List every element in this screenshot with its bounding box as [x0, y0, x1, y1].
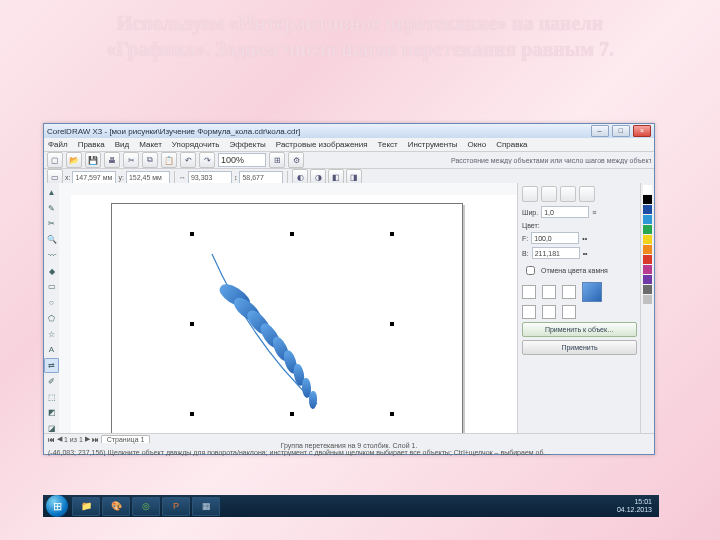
pos-x[interactable]: 147,597 мм	[72, 171, 116, 184]
palette-swatch-11[interactable]	[643, 295, 652, 304]
crop-tool[interactable]: ✂	[44, 217, 59, 232]
ellipse-tool[interactable]: ○	[44, 295, 59, 310]
outline-tool[interactable]: ⬚	[44, 390, 59, 405]
palette-swatch-0[interactable]	[643, 185, 652, 194]
menu-file[interactable]: Файл	[48, 140, 68, 149]
basic-shapes-tool[interactable]: ☆	[44, 327, 59, 342]
pos-y[interactable]: 152,45 мм	[126, 171, 170, 184]
menu-tools[interactable]: Инструменты	[408, 140, 458, 149]
tray-date: 04.12.2013	[617, 506, 652, 514]
smartfill-tool[interactable]: ◆	[44, 264, 59, 279]
palette-swatch-5[interactable]	[643, 235, 652, 244]
titlebar[interactable]: CorelDRAW X3 - [мои рисунки\Изучение Фор…	[44, 124, 654, 138]
save-button[interactable]: 💾	[85, 152, 101, 168]
palette-swatch-4[interactable]	[643, 225, 652, 234]
polygon-tool[interactable]: ⬠	[44, 311, 59, 326]
palette-swatch-3[interactable]	[643, 215, 652, 224]
swatch-1[interactable]	[522, 285, 536, 299]
pick-tool[interactable]: ▲	[44, 185, 59, 200]
menu-text[interactable]: Текст	[378, 140, 398, 149]
docker-tab-3[interactable]	[560, 186, 576, 202]
docker-tab-2[interactable]	[541, 186, 557, 202]
menu-view[interactable]: Вид	[115, 140, 129, 149]
shape-tool[interactable]: ✎	[44, 201, 59, 216]
canvas[interactable]	[71, 195, 526, 436]
close-button[interactable]: ×	[633, 125, 651, 137]
page-tab[interactable]: Страница 1	[101, 435, 151, 443]
options-button[interactable]: ⚙	[288, 152, 304, 168]
task-corel[interactable]: ◎	[132, 497, 160, 516]
eyedropper-tool[interactable]: ✐	[44, 374, 59, 389]
window-buttons: – □ ×	[590, 125, 651, 137]
palette-swatch-10[interactable]	[643, 285, 652, 294]
open-button[interactable]: 📂	[66, 152, 82, 168]
page[interactable]	[111, 203, 463, 436]
task-ppt[interactable]: P	[162, 497, 190, 516]
palette-swatch-1[interactable]	[643, 195, 652, 204]
rectangle-tool[interactable]: ▭	[44, 280, 59, 295]
apply-button[interactable]: Применить	[522, 340, 637, 355]
slide-title-line1: Используем «Интерактивное перетекание» н…	[117, 12, 603, 34]
color-label: Цвет:	[522, 222, 540, 229]
task-explorer[interactable]: 📁	[72, 497, 100, 516]
size-h[interactable]: 58,677	[239, 171, 283, 184]
snap-button[interactable]: ⊞	[269, 152, 285, 168]
swatch-2[interactable]	[542, 285, 556, 299]
print-button[interactable]: 🖶	[104, 152, 120, 168]
status-group-info: Группа перетекания на 9 столбик. Слой 1.	[48, 442, 650, 449]
swatch-4[interactable]	[522, 305, 536, 319]
fill-tool[interactable]: ◩	[44, 406, 59, 421]
cancel-color-checkbox[interactable]	[526, 266, 535, 275]
b-input[interactable]: 211,181	[532, 247, 580, 259]
undo-button[interactable]: ↶	[180, 152, 196, 168]
menu-effects[interactable]: Эффекты	[229, 140, 265, 149]
text-tool[interactable]: A	[44, 343, 59, 358]
toolbox: ▲ ✎ ✂ 🔍 〰 ◆ ▭ ○ ⬠ ☆ A ⇄ ✐ ⬚ ◩ ◪	[44, 183, 60, 436]
freehand-tool[interactable]: 〰	[44, 248, 59, 263]
page-nav-next[interactable]: ▶	[85, 435, 90, 443]
palette-swatch-9[interactable]	[643, 275, 652, 284]
copy-button[interactable]: ⧉	[142, 152, 158, 168]
width-input[interactable]: 1,0	[541, 206, 589, 218]
stepper-icon[interactable]: ≡	[592, 209, 596, 216]
cut-button[interactable]: ✂	[123, 152, 139, 168]
docker-tab-4[interactable]	[579, 186, 595, 202]
paste-button[interactable]: 📋	[161, 152, 177, 168]
start-button[interactable]: ⊞	[46, 495, 68, 517]
new-button[interactable]: ▢	[47, 152, 63, 168]
task-paint[interactable]: 🎨	[102, 497, 130, 516]
swatch-5[interactable]	[542, 305, 556, 319]
selection-bounds[interactable]	[192, 234, 392, 414]
size-w[interactable]: 93,303	[188, 171, 232, 184]
slide-title-line2: «Графика». Задаем число шагов перетекани…	[106, 38, 614, 60]
swatch-preview[interactable]	[582, 282, 602, 302]
f-input[interactable]: 100,0	[531, 232, 579, 244]
maximize-button[interactable]: □	[612, 125, 630, 137]
interactive-blend-tool[interactable]: ⇄	[44, 358, 59, 373]
task-other[interactable]: ▦	[192, 497, 220, 516]
menu-bitmaps[interactable]: Растровые изображения	[276, 140, 368, 149]
apply-to-object-button[interactable]: Применить к объек…	[522, 322, 637, 337]
palette-swatch-7[interactable]	[643, 255, 652, 264]
docker-tab-1[interactable]	[522, 186, 538, 202]
menu-help[interactable]: Справка	[496, 140, 527, 149]
menu-window[interactable]: Окно	[468, 140, 487, 149]
slide-title: Используем «Интерактивное перетекание» н…	[50, 10, 670, 62]
window-title: CorelDRAW X3 - [мои рисунки\Изучение Фор…	[47, 127, 590, 136]
zoom-combo[interactable]: 100%	[218, 153, 266, 167]
swatch-6[interactable]	[562, 305, 576, 319]
palette-swatch-6[interactable]	[643, 245, 652, 254]
system-tray[interactable]: 15:01 04.12.2013	[617, 498, 656, 513]
zoom-tool[interactable]: 🔍	[44, 232, 59, 247]
page-nav-last[interactable]: ⏭	[92, 436, 99, 443]
page-nav-first[interactable]: ⏮	[48, 436, 55, 443]
menu-arrange[interactable]: Упорядочить	[172, 140, 220, 149]
menu-edit[interactable]: Правка	[78, 140, 105, 149]
menu-layout[interactable]: Макет	[139, 140, 162, 149]
redo-button[interactable]: ↷	[199, 152, 215, 168]
minimize-button[interactable]: –	[591, 125, 609, 137]
page-nav-prev[interactable]: ◀	[57, 435, 62, 443]
palette-swatch-2[interactable]	[643, 205, 652, 214]
palette-swatch-8[interactable]	[643, 265, 652, 274]
swatch-3[interactable]	[562, 285, 576, 299]
